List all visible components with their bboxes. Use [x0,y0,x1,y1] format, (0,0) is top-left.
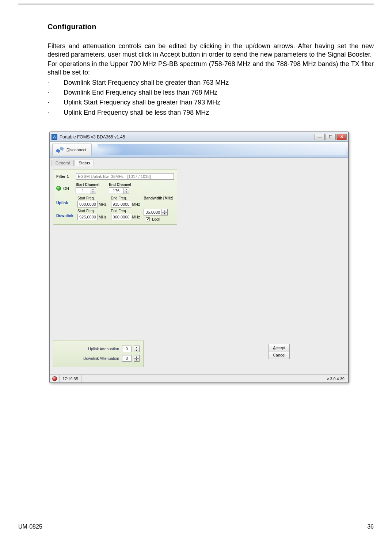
mhz-unit: MHz [99,202,107,206]
dl-start-freq-label: Start Freq. [77,209,107,213]
window-title: Portable FOMS v3 BDA365 v1.45 [60,134,315,140]
paragraph-2: For operations in the Upper 700 MHz PS-B… [47,60,374,77]
statusbar: 17:19:35 v 3.0.4.39 [50,374,348,382]
footer-page-number: 36 [367,523,374,530]
status-time: 17:19:35 [59,375,81,382]
filter-name: Filter 1 [56,174,74,179]
disconnect-button[interactable]: Disconnect [52,144,92,156]
bullet-item: ·Downlink End Frequency shall be less th… [47,88,374,97]
close-button[interactable]: ✕ [336,134,347,140]
mhz-unit: MHz [99,215,107,219]
bullet-item: ·Downlink Start Frequency shall be great… [47,79,374,87]
uplink-attenuation-label: Uplink Attenuation [57,347,120,351]
ul-end-freq-input[interactable]: 915,0000 [111,201,131,207]
uplink-label: Uplink [56,201,68,205]
lock-checkbox[interactable]: ✔ [146,217,150,221]
bottom-rule [18,519,374,519]
app-window: Portable FOMS v3 BDA365 v1.45 — ☐ ✕ Disc… [49,132,349,383]
bullet-dot: · [47,98,50,107]
ul-start-freq-input[interactable]: 880,0000 [77,201,98,207]
bullet-item: ·Uplink Start Frequency shall be greater… [47,98,374,107]
titlebar[interactable]: Portable FOMS v3 BDA365 v1.45 — ☐ ✕ [50,132,348,142]
on-label: ON [63,186,73,191]
attenuation-panel: Uplink Attenuation 0 ▲▼ Downlink Attenua… [53,340,144,367]
paragraph-1: Filters and attenuation controls can be … [47,42,374,59]
accept-button[interactable]: Accept [269,344,289,351]
disconnect-label: Disconnect [66,148,86,152]
downlink-attenuation-input[interactable]: 0 [122,355,132,362]
mhz-unit: MHz [132,202,140,206]
ribbon-decoration [98,144,346,155]
bandwidth-label: Bandwidth [MHz] [144,196,173,200]
cancel-button[interactable]: Cancel [269,351,289,359]
tab-general[interactable]: General [52,160,74,166]
dl-end-freq-label: End Freq. [111,209,140,213]
bullet-text: Uplink End Frequency shall be less than … [64,108,209,117]
bullet-dot: · [47,108,50,117]
filter-panel: Filter 1 EGSM Uplink Bw=35MHz - [1017 / … [53,169,177,225]
page-footer: UM-0825 36 [18,523,374,530]
bullet-list: ·Downlink Start Frequency shall be great… [47,79,374,117]
end-channel-input[interactable]: 176 [109,187,123,194]
footer-doc-id: UM-0825 [18,523,42,530]
bandwidth-input[interactable]: 35,0000 [144,209,162,216]
bullet-text: Downlink End Frequency shall be less tha… [64,88,217,97]
tabs: General Status [50,158,348,166]
plug-icon [56,146,64,154]
bullet-dot: · [47,79,50,87]
content-area: Filter 1 EGSM Uplink Bw=35MHz - [1017 / … [50,166,348,374]
start-channel-input[interactable]: 1 [76,187,90,194]
app-icon [52,134,57,140]
end-channel-label: End Channel [109,183,131,187]
tab-status[interactable]: Status [75,160,94,166]
status-version: v 3.0.4.39 [323,375,348,382]
uplink-attenuation-input[interactable]: 0 [122,346,132,352]
mhz-unit: MHz [132,215,140,219]
status-spacer [81,375,323,382]
dl-start-freq-input[interactable]: 925,0000 [77,214,98,220]
section-heading: Configuration [47,23,374,31]
downlink-attenuation-label: Downlink Attenuation [57,356,120,361]
start-channel-label: Start Channel [76,183,99,187]
bullet-text: Uplink Start Frequency shall be greater … [64,98,220,107]
downlink-label: Downlink [56,213,73,218]
bandwidth-spinner[interactable]: ▲▼ [162,209,168,216]
action-buttons: Accept Cancel [269,344,290,359]
end-channel-spinner[interactable]: ▲▼ [123,187,129,194]
bullet-dot: · [47,88,50,97]
ul-start-freq-label: Start Freq. [77,196,107,200]
uplink-attenuation-spinner[interactable]: ▲▼ [134,346,140,352]
dl-end-freq-input[interactable]: 960,0000 [111,214,131,220]
bullet-item: ·Uplink End Frequency shall be less than… [47,108,374,117]
start-channel-spinner[interactable]: ▲▼ [90,187,96,194]
lock-label: Lock [152,217,160,221]
toolbar: Disconnect [50,142,348,158]
ul-end-freq-label: End Freq. [111,196,140,200]
minimize-button[interactable]: — [315,134,325,140]
bullet-text: Downlink Start Frequency shall be greate… [64,79,229,87]
downlink-attenuation-spinner[interactable]: ▲▼ [134,355,140,362]
status-led-icon [52,376,57,381]
filter-description[interactable]: EGSM Uplink Bw=35MHz - [1017 / 1018] [76,173,174,180]
on-led-icon [56,186,61,191]
top-rule [18,4,374,4]
window-buttons: — ☐ ✕ [315,134,347,140]
maximize-button[interactable]: ☐ [326,134,336,140]
